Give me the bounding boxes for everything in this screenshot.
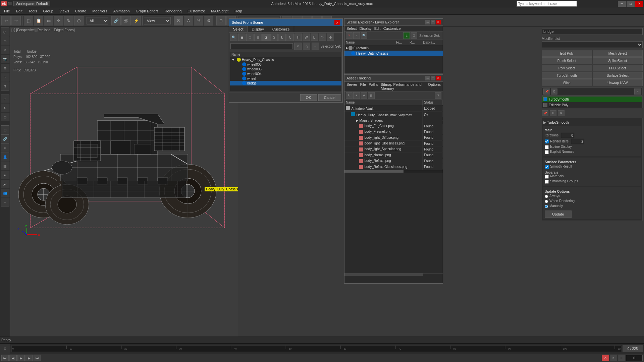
menu-file[interactable]: File (1, 8, 13, 14)
layer-explorer-content[interactable]: Name Fr... R... Displa... ▶ 0 (default) … (344, 40, 443, 73)
pin-stack-btn[interactable]: 📌 (542, 110, 548, 116)
scene-options-button[interactable]: ⚙ (327, 34, 334, 41)
hair-tool[interactable]: ≈ (1, 171, 9, 179)
at-row-map-0[interactable]: body_FogColor.png Found (344, 123, 443, 129)
make-unique-btn[interactable]: U (550, 110, 556, 116)
at-vault-icon-btn[interactable]: V (361, 92, 367, 99)
move-button[interactable]: ✛ (54, 16, 63, 25)
rotate-tool[interactable]: ↻ (1, 104, 9, 112)
se-filter-icon[interactable]: ≡ (353, 32, 360, 39)
ts-render-iters-checkbox[interactable] (545, 139, 549, 143)
menu-scripting[interactable]: MAXScript (208, 8, 231, 14)
scale-button[interactable]: ⬡ (74, 16, 84, 25)
search-input[interactable] (517, 1, 577, 7)
at-table-icon[interactable]: ⊞ (368, 92, 375, 99)
scene-filter-bones[interactable]: B (311, 34, 318, 41)
scene-select-none[interactable]: ◻ (246, 34, 254, 41)
scale-tool[interactable]: ⊡ (1, 113, 9, 121)
tree-item-wheel006[interactable]: wheel006 (230, 62, 341, 67)
delete-modifier-btn[interactable]: ✕ (558, 110, 565, 116)
space-warps[interactable]: ~ (1, 73, 9, 81)
menu-tools[interactable]: Tools (26, 8, 40, 14)
menu-graph-editors[interactable]: Graph Editors (133, 8, 161, 14)
tree-item-wheel005[interactable]: wheel005 (230, 67, 341, 71)
unlink-button[interactable]: ⛓ (121, 16, 131, 25)
ok-button[interactable]: OK (300, 94, 317, 101)
lights[interactable]: ☀ (1, 46, 9, 54)
view-dropdown[interactable]: View Perspective Front Top (144, 17, 171, 24)
stack-item-turbosmooth[interactable]: TurboSmooth (542, 97, 642, 102)
se-menu-select[interactable]: Select (346, 26, 357, 31)
workspace-selector[interactable]: Workspace: Default (13, 1, 50, 6)
se-close-button[interactable]: ✕ (436, 20, 441, 24)
scene-filter-shapes[interactable]: S (270, 34, 278, 41)
mesh-select-button[interactable]: Mesh Select (593, 50, 643, 57)
ts-smoothing-groups-checkbox[interactable] (545, 180, 549, 184)
ffd-select-button[interactable]: FFD Select (593, 65, 643, 71)
menu-animation[interactable]: Animation (111, 8, 132, 14)
scene-filter-helpers[interactable]: H (294, 34, 302, 41)
scene-select-all[interactable]: ◼ (238, 34, 246, 41)
select-object-button[interactable]: ⬚ (24, 16, 33, 25)
scene-filter-lights[interactable]: L (278, 34, 286, 41)
ts-when-rendering-radio[interactable] (545, 200, 548, 203)
scene-select-invert[interactable]: ⊞ (254, 34, 262, 41)
tree-item-wheel[interactable]: wheel (230, 76, 341, 81)
scene-filter-warps[interactable]: W (303, 34, 310, 41)
stack-checkbox-turbosmooth[interactable] (543, 97, 547, 101)
ts-iterations-input[interactable] (561, 133, 574, 138)
menu-views[interactable]: Views (57, 8, 72, 14)
se-menu-customize[interactable]: Customize (383, 26, 401, 31)
percent-snap-toggle[interactable]: % (194, 16, 203, 25)
stack-item-editable-poly[interactable]: Editable Poly (542, 102, 642, 108)
select-tool[interactable]: ◻ (1, 125, 9, 134)
cancel-button[interactable]: Cancel (318, 94, 341, 101)
menu-edit[interactable]: Edit (13, 8, 25, 14)
populate-tool[interactable]: 👥 (1, 189, 9, 197)
stack-pin-button[interactable]: 📌 (543, 88, 550, 95)
at-row-map-7[interactable]: body_RefractGlossiness.png Found (344, 164, 443, 170)
at-menu-file[interactable]: File (360, 82, 366, 90)
se-object-icon[interactable]: O (411, 32, 417, 39)
cloth-tool[interactable]: ▦ (1, 162, 9, 170)
scene-search-btn[interactable]: ✕ (294, 43, 302, 50)
minimize-button[interactable]: ─ (618, 1, 626, 7)
at-row-maps[interactable]: ▶ Maps / Shaders (344, 118, 443, 123)
at-menu-server[interactable]: Server (346, 82, 357, 90)
at-refresh-icon[interactable]: ↻ (346, 92, 353, 99)
at-row-map-1[interactable]: body_Fresnel.png Found (344, 129, 443, 135)
scene-tree[interactable]: Name ▼ Heavy_Duty_Chassis wheel006 wheel… (230, 52, 342, 92)
select-by-name-button[interactable]: 📋 (34, 16, 43, 25)
ts-manually-radio[interactable] (545, 205, 548, 208)
link-tool[interactable]: 🔗 (1, 134, 9, 143)
at-row-map-4[interactable]: body_light_Specular.png Found (344, 146, 443, 152)
ts-isoline-checkbox[interactable] (545, 145, 549, 149)
go-start-button[interactable]: ⏮ (1, 355, 9, 361)
se-menu-edit[interactable]: Edit (374, 26, 381, 31)
at-row-map-3[interactable]: body_light_Glossiness.png Found (344, 141, 443, 146)
paint-tool[interactable]: 🖌 (1, 180, 9, 188)
menu-customize[interactable]: Customize (185, 8, 208, 14)
scene-search-input[interactable] (230, 43, 293, 49)
surface-select-button[interactable]: Surface Select (593, 72, 643, 79)
link-button[interactable]: 🔗 (111, 16, 121, 25)
scene-find-button[interactable]: 🔍 (230, 34, 237, 41)
scene-sort-button[interactable]: ⇅ (319, 34, 326, 41)
object-name-field[interactable] (542, 28, 643, 35)
se-layer-icon[interactable]: L (403, 32, 410, 39)
snap-toggle[interactable]: S (174, 16, 183, 25)
close-button[interactable]: ✕ (635, 1, 643, 7)
tree-item-chassis[interactable]: ▼ Heavy_Duty_Chassis (230, 57, 341, 62)
unwrap-uvw-button[interactable]: Unwrap UVW (593, 79, 643, 86)
poly-select-button[interactable]: Poly Select (542, 65, 592, 71)
at-hscrollbar[interactable] (344, 273, 443, 276)
at-row-map-5[interactable]: body_Normal.png Found (344, 153, 443, 158)
at-row-maxfile[interactable]: Heavy_Duty_Chassis_max_vray.max Ok (344, 112, 443, 118)
se-menu-display[interactable]: Display (360, 26, 372, 31)
edit-poly-button[interactable]: Edit Poly (542, 50, 592, 57)
ts-materials-checkbox[interactable] (545, 175, 549, 179)
layer-0-default[interactable]: ▶ 0 (default) (344, 45, 443, 51)
menu-modifiers[interactable]: Modifiers (90, 8, 110, 14)
dialog-tab-display[interactable]: Display (248, 26, 268, 32)
undo-button[interactable]: ↩ (1, 16, 11, 25)
